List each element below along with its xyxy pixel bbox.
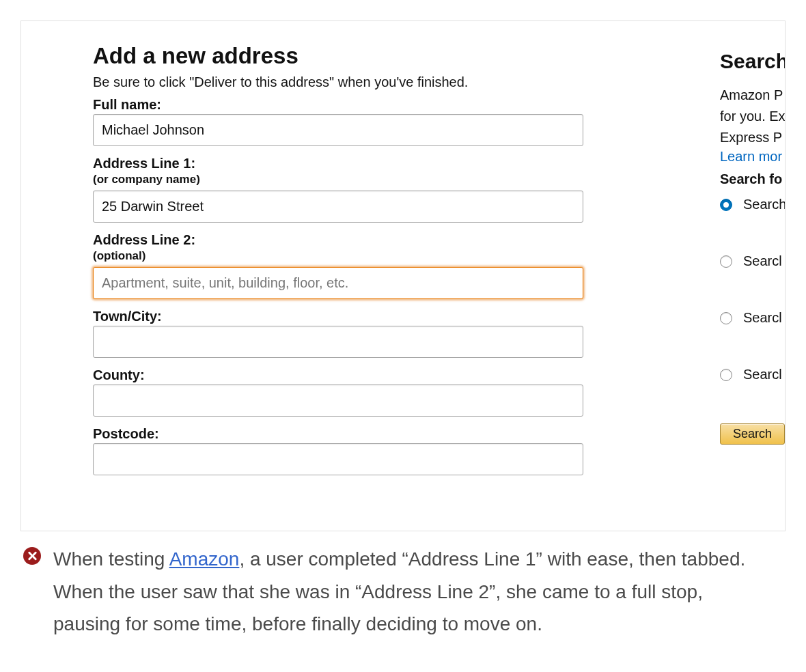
- postcode-input[interactable]: [93, 443, 583, 475]
- sidebar-text-1: Amazon P: [720, 85, 786, 105]
- amazon-link[interactable]: Amazon: [169, 548, 240, 570]
- caption-text: When testing Amazon, a user completed “A…: [53, 543, 775, 641]
- address-line2-label: Address Line 2:: [93, 232, 588, 248]
- county-label: County:: [93, 367, 588, 383]
- caption: When testing Amazon, a user completed “A…: [23, 543, 775, 641]
- address-line2-input[interactable]: [93, 267, 583, 299]
- address-form: Add a new address Be sure to click "Deli…: [93, 43, 588, 485]
- town-city-input[interactable]: [93, 326, 583, 358]
- caption-pre: When testing: [53, 548, 169, 570]
- county-input[interactable]: [93, 384, 583, 417]
- full-name-input[interactable]: [93, 114, 583, 146]
- town-city-label: Town/City:: [93, 309, 588, 324]
- search-radio-2-label: Searcl: [743, 253, 782, 269]
- address-line1-hint: (or company name): [93, 173, 588, 186]
- learn-more-link[interactable]: Learn mor: [720, 149, 786, 165]
- search-radio-1[interactable]: [720, 199, 732, 211]
- search-radio-1-label: Search: [743, 197, 786, 212]
- search-radio-3-label: Searcl: [743, 310, 782, 326]
- search-radio-3[interactable]: [720, 312, 732, 324]
- sidebar-subtitle: Search fo: [720, 171, 786, 187]
- search-radio-4-label: Searcl: [743, 367, 782, 382]
- address-line1-label: Address Line 1:: [93, 156, 588, 171]
- search-radio-4[interactable]: [720, 369, 732, 381]
- sidebar-title: Search: [720, 50, 786, 73]
- search-button[interactable]: Search: [720, 423, 785, 445]
- pickup-sidebar: Search Amazon P for you. Ex Express P Le…: [720, 50, 786, 445]
- sidebar-text-3: Express P: [720, 128, 786, 148]
- full-name-label: Full name:: [93, 97, 588, 113]
- screenshot-panel: Add a new address Be sure to click "Deli…: [20, 20, 786, 531]
- address-line2-hint: (optional): [93, 249, 588, 263]
- error-icon: [23, 547, 41, 565]
- sidebar-text-2: for you. Ex: [720, 107, 786, 126]
- form-subtitle: Be sure to click "Deliver to this addres…: [93, 74, 588, 90]
- search-radio-2[interactable]: [720, 255, 732, 268]
- form-title: Add a new address: [93, 43, 588, 69]
- address-line1-input[interactable]: [93, 191, 583, 223]
- postcode-label: Postcode:: [93, 426, 588, 442]
